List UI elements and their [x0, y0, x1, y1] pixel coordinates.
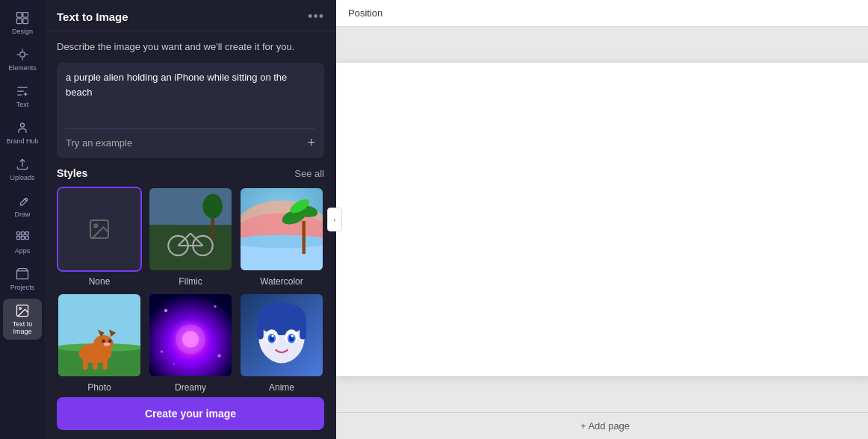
create-image-button[interactable]: Create your image [57, 397, 324, 430]
styles-section: Styles See all None [57, 167, 324, 393]
watercolor-image [241, 188, 323, 270]
svg-point-72 [260, 337, 267, 349]
text-to-image-icon [15, 303, 30, 318]
svg-rect-48 [93, 360, 98, 370]
svg-point-44 [102, 340, 105, 343]
style-item-none[interactable]: None [57, 187, 142, 287]
see-all-link[interactable]: See all [294, 168, 324, 179]
panel-body: Describe the image you want and we'll cr… [45, 31, 336, 397]
sidebar-item-design[interactable]: Design [3, 6, 42, 40]
sidebar-item-text[interactable]: Text [3, 79, 42, 113]
style-label-filmic: Filmic [179, 276, 202, 287]
style-thumb-anime [239, 293, 324, 378]
svg-point-61 [257, 302, 306, 335]
svg-point-46 [104, 343, 111, 346]
projects-icon [15, 267, 30, 281]
style-item-filmic[interactable]: Filmic [148, 187, 233, 287]
svg-rect-3 [23, 19, 28, 24]
sidebar-item-projects[interactable]: Projects [3, 262, 42, 296]
style-thumb-watercolor [239, 187, 324, 272]
svg-point-58 [173, 364, 175, 365]
svg-point-26 [203, 194, 223, 219]
svg-rect-1 [23, 13, 28, 18]
sidebar-item-text-to-image-label: Text to Image [6, 320, 39, 335]
style-item-dreamy[interactable]: Dreamy [148, 293, 233, 393]
panel-title: Text to Image [57, 10, 128, 23]
image-placeholder-icon [87, 217, 111, 241]
sidebar-item-elements-label: Elements [8, 64, 37, 72]
sidebar-item-brand-hub-label: Brand Hub [6, 137, 38, 145]
prompt-textarea[interactable] [66, 70, 315, 122]
styles-header: Styles See all [57, 167, 324, 179]
elements-icon [15, 47, 30, 62]
sidebar-item-elements[interactable]: Elements [3, 43, 42, 76]
anime-image [241, 294, 323, 376]
apps-icon [15, 230, 30, 245]
svg-point-70 [271, 335, 273, 337]
sidebar-item-apps-label: Apps [15, 247, 31, 255]
style-thumb-dreamy [148, 293, 233, 378]
sidebar-item-uploads-label: Uploads [10, 174, 34, 181]
panel-description: Describe the image you want and we'll cr… [57, 40, 324, 54]
add-page-bar[interactable]: + Add page [336, 412, 868, 439]
sidebar-item-draw[interactable]: Draw [3, 189, 42, 222]
svg-point-45 [108, 340, 111, 343]
brand-hub-icon [15, 120, 30, 135]
prompt-area: Try an example + [57, 63, 324, 158]
photo-image [58, 294, 140, 376]
sidebar-item-text-to-image[interactable]: Text to Image [3, 299, 42, 340]
sidebar-item-draw-label: Draw [14, 211, 30, 218]
svg-rect-62 [257, 315, 264, 340]
styles-grid: None [57, 187, 324, 393]
svg-point-31 [241, 235, 323, 249]
position-tab-label[interactable]: Position [348, 7, 382, 19]
style-item-anime[interactable]: Anime [239, 293, 324, 393]
sidebar: Design Elements Text Brand Hub Uploads D… [0, 0, 45, 439]
try-example-plus-icon: + [307, 135, 315, 151]
svg-rect-19 [149, 225, 232, 271]
svg-rect-49 [102, 360, 108, 370]
main-area: Position ‹ + Add page [336, 0, 868, 439]
sidebar-item-projects-label: Projects [10, 284, 35, 291]
sidebar-item-apps[interactable]: Apps [3, 225, 42, 259]
svg-point-56 [161, 351, 163, 353]
style-item-watercolor[interactable]: Watercolor [239, 187, 324, 287]
sidebar-item-uploads[interactable]: Uploads [3, 152, 42, 186]
try-example-row[interactable]: Try an example + [66, 128, 315, 151]
svg-rect-11 [21, 236, 24, 239]
style-label-dreamy: Dreamy [175, 382, 206, 393]
svg-rect-32 [303, 221, 306, 254]
svg-point-16 [94, 225, 97, 228]
style-thumb-none [57, 187, 142, 272]
svg-point-53 [182, 331, 199, 348]
style-item-photo[interactable]: Photo [57, 293, 142, 393]
panel-menu-button[interactable]: ••• [308, 9, 324, 25]
svg-point-14 [19, 308, 21, 310]
sidebar-item-brand-hub[interactable]: Brand Hub [3, 116, 42, 149]
design-icon [15, 10, 30, 25]
collapse-panel-button[interactable]: ‹ [327, 208, 342, 231]
svg-rect-10 [17, 236, 20, 239]
text-to-image-panel: Text to Image ••• Describe the image you… [45, 0, 336, 439]
svg-point-71 [291, 335, 294, 337]
svg-point-4 [20, 52, 25, 57]
svg-point-54 [164, 309, 167, 312]
svg-point-57 [217, 354, 220, 357]
sidebar-item-text-label: Text [16, 101, 29, 108]
position-tab-bar: Position [336, 0, 868, 27]
text-icon [15, 84, 30, 99]
svg-rect-9 [25, 232, 28, 235]
style-label-anime: Anime [269, 382, 294, 393]
filmic-image [149, 188, 232, 270]
svg-rect-2 [17, 19, 22, 24]
svg-point-5 [21, 123, 25, 127]
style-label-watercolor: Watercolor [260, 276, 303, 287]
svg-rect-0 [17, 13, 22, 18]
draw-icon [15, 193, 30, 208]
canvas-area: ‹ [336, 27, 868, 412]
svg-point-55 [214, 305, 216, 308]
sidebar-item-design-label: Design [12, 28, 33, 35]
style-thumb-photo [57, 293, 142, 378]
dreamy-image [149, 294, 232, 376]
styles-title: Styles [57, 167, 87, 179]
